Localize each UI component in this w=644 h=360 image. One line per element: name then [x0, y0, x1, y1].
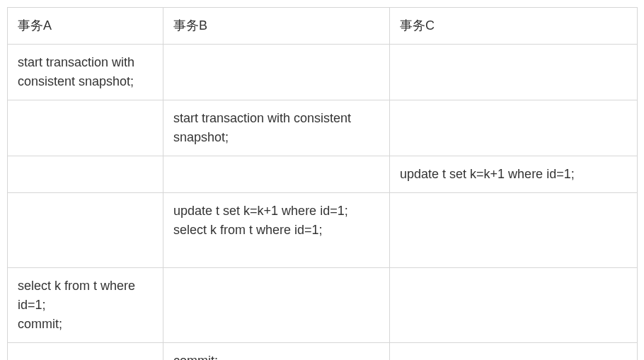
cell-txn-c	[390, 268, 638, 343]
header-txn-b: 事务B	[163, 8, 390, 45]
cell-txn-b: commit;	[163, 343, 390, 361]
cell-txn-b	[163, 268, 390, 343]
table-row: start transaction with consistent snapsh…	[8, 45, 638, 100]
header-txn-a: 事务A	[8, 8, 163, 45]
cell-txn-c	[390, 45, 638, 100]
table-row: update t set k=k+1 where id=1;	[8, 156, 638, 193]
cell-txn-b	[163, 156, 390, 193]
cell-txn-c	[390, 100, 638, 156]
table-row: start transaction with consistent snapsh…	[8, 100, 638, 156]
cell-txn-a	[8, 193, 163, 268]
table-row: select k from t where id=1; commit;	[8, 268, 638, 343]
table-row: commit;	[8, 343, 638, 361]
cell-txn-a	[8, 343, 163, 361]
header-row: 事务A 事务B 事务C	[8, 8, 638, 45]
header-txn-c: 事务C	[390, 8, 638, 45]
cell-txn-b	[163, 45, 390, 100]
cell-txn-c	[390, 193, 638, 268]
cell-txn-b: start transaction with consistent snapsh…	[163, 100, 390, 156]
cell-txn-c	[390, 343, 638, 361]
cell-txn-a: start transaction with consistent snapsh…	[8, 45, 163, 100]
transaction-table: 事务A 事务B 事务C start transaction with consi…	[7, 7, 638, 360]
cell-txn-c: update t set k=k+1 where id=1;	[390, 156, 638, 193]
cell-txn-a	[8, 100, 163, 156]
cell-txn-b: update t set k=k+1 where id=1; select k …	[163, 193, 390, 268]
cell-txn-a: select k from t where id=1; commit;	[8, 268, 163, 343]
table-row: update t set k=k+1 where id=1; select k …	[8, 193, 638, 268]
cell-txn-a	[8, 156, 163, 193]
